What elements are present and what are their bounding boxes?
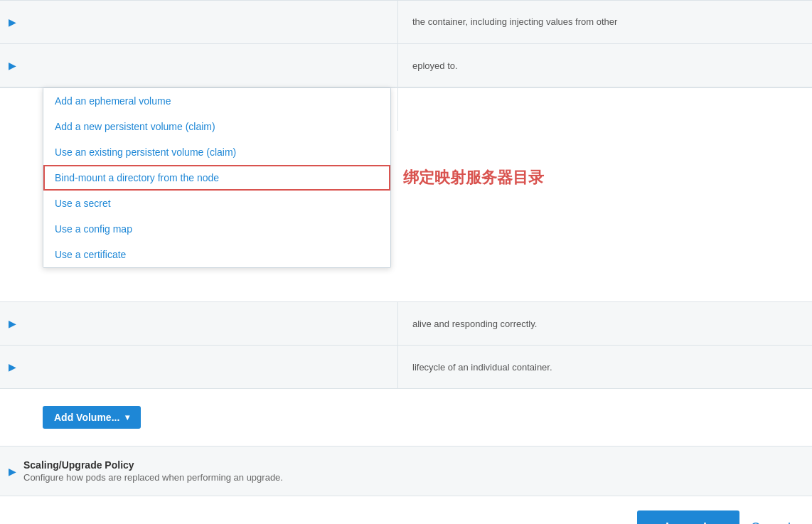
dropdown-item-bind-mount[interactable]: Bind-mount a directory from the node 绑定映… — [43, 165, 390, 191]
row-4-right-text: lifecycle of an individual container. — [412, 362, 552, 373]
rows-container: ▶ the container, including injecting val… — [0, 0, 812, 496]
dropdown-item-secret[interactable]: Use a secret — [43, 191, 390, 216]
launch-button[interactable]: Launch — [637, 510, 739, 524]
add-volume-label: Add Volume... — [54, 412, 119, 423]
row-4-left: ▶ — [0, 346, 398, 388]
row-1-left: ▶ — [0, 1, 398, 43]
scaling-title: Scaling/Upgrade Policy — [23, 459, 283, 471]
add-volume-chevron-icon: ▾ — [125, 412, 129, 422]
row-4: ▶ lifecycle of an individual container. — [0, 345, 812, 388]
scaling-text-block: Scaling/Upgrade Policy Configure how pod… — [23, 459, 283, 483]
row-3-chevron[interactable]: ▶ — [9, 318, 16, 329]
cancel-button[interactable]: Cancel — [751, 520, 791, 524]
scaling-section: ▶ Scaling/Upgrade Policy Configure how p… — [0, 446, 812, 496]
dropdown-item-persistent-existing[interactable]: Use an existing persistent volume (claim… — [43, 139, 390, 165]
add-volume-row: Add Volume... ▾ — [0, 388, 812, 446]
row-2-right: eployed to. — [398, 44, 812, 87]
row-1-chevron[interactable]: ▶ — [9, 16, 16, 28]
row-3-right: alive and responding correctly. — [398, 302, 812, 345]
row-4-chevron[interactable]: ▶ — [9, 361, 16, 373]
row-1-right-text: the container, including injecting value… — [412, 15, 617, 29]
dropdown-item-persistent-new[interactable]: Add a new persistent volume (claim) — [43, 114, 390, 139]
dropdown-item-certificate[interactable]: Use a certificate — [43, 242, 390, 267]
bind-mount-tooltip: 绑定映射服务器目录 — [403, 167, 544, 188]
row-2: ▶ eployed to. — [0, 43, 812, 87]
row-2-chevron[interactable]: ▶ — [9, 60, 16, 71]
scaling-chevron[interactable]: ▶ — [9, 466, 16, 477]
row-3-right-text: alive and responding correctly. — [412, 319, 537, 329]
row-3-left: ▶ — [0, 302, 398, 345]
volume-section: Add an ephemeral volume Add a new persis… — [0, 87, 812, 446]
row-3: ▶ alive and responding correctly. — [0, 301, 812, 345]
dropdown-menu: Add an ephemeral volume Add a new persis… — [43, 87, 391, 268]
dropdown-item-ephemeral[interactable]: Add an ephemeral volume — [43, 88, 390, 114]
row-2-left: ▶ — [0, 44, 398, 87]
add-volume-button[interactable]: Add Volume... ▾ — [43, 406, 141, 429]
row-4-right: lifecycle of an individual container. — [398, 346, 812, 388]
main-container: ▶ the container, including injecting val… — [0, 0, 812, 524]
bottom-bar: Launch Cancel — [0, 496, 812, 524]
volume-right-header — [398, 88, 812, 131]
scaling-subtitle: Configure how pods are replaced when per… — [23, 472, 283, 483]
dropdown-item-config-map[interactable]: Use a config map — [43, 216, 390, 242]
row-1-right: the container, including injecting value… — [398, 1, 812, 43]
row-1: ▶ the container, including injecting val… — [0, 0, 812, 43]
row-2-right-text: eployed to. — [412, 60, 458, 71]
